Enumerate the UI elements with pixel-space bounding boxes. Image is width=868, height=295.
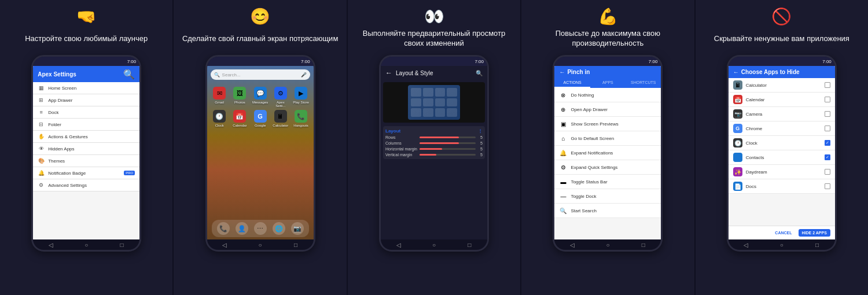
recent-btn-4[interactable]: □	[640, 241, 647, 248]
dock-app-2[interactable]: ⋯	[254, 222, 267, 235]
apex-menu-item-6[interactable]: 🎨 Themes	[33, 155, 139, 167]
pinch-item-2[interactable]: ▣ Show Screen Previews	[554, 117, 661, 131]
checkbox-6[interactable]	[825, 169, 830, 175]
panel-4: 💪 Повысьте до максимума свою производите…	[521, 0, 694, 295]
back-btn-4[interactable]: ◁	[569, 241, 576, 248]
tab-actions[interactable]: ACTIONS	[554, 78, 590, 88]
home-btn-5[interactable]: ○	[778, 241, 785, 248]
apex-menu-item-5[interactable]: 👁 Hidden Apps	[33, 143, 139, 155]
hide-app-item-1[interactable]: 📅 Calendar	[729, 93, 835, 107]
pinch-item-8[interactable]: 🔍 Start Search	[554, 204, 661, 218]
hide-app-item-4[interactable]: 🕐 Clock ✓	[729, 136, 835, 150]
recent-btn-1[interactable]: □	[119, 241, 126, 248]
back-icon[interactable]: ←	[385, 69, 392, 77]
nav-bar-3: ◁ ○ □	[381, 239, 487, 250]
pinch-item-5[interactable]: ⚙ Expand Quick Settings	[554, 160, 661, 175]
app-9[interactable]: 📞 Hangouts	[292, 110, 310, 127]
checkbox-7[interactable]	[825, 183, 830, 189]
back-icon[interactable]: ←	[559, 69, 565, 75]
panel-2: 😊 Сделайте свой главный экран потрясающи…	[174, 0, 346, 295]
back-btn-5[interactable]: ◁	[742, 241, 749, 248]
menu-icon-3: ⊟	[38, 121, 45, 128]
apex-menu-item-4[interactable]: ✋ Actions & Gestures	[33, 131, 139, 143]
hide-apps-button[interactable]: HIDE 2 APPS	[799, 229, 830, 237]
hide-app-item-5[interactable]: 👤 Contacts ✓	[729, 150, 835, 165]
pinch-item-1[interactable]: ⊕ Open App Drawer	[554, 102, 661, 117]
dock-app-4[interactable]: 📷	[291, 222, 304, 235]
hide-header: ← Choose Apps to Hide	[729, 66, 835, 78]
app-0[interactable]: ✉ Gmail	[211, 87, 229, 108]
apex-menu-item-0[interactable]: ▦ Home Screen	[33, 82, 139, 94]
pinch-icon-1: ⊕	[559, 105, 567, 113]
search-icon[interactable]: 🔍	[476, 70, 483, 76]
recent-btn-2[interactable]: □	[292, 241, 299, 248]
checkbox-0[interactable]	[825, 82, 830, 88]
hide-app-item-7[interactable]: 📄 Docs	[729, 179, 835, 194]
checkbox-2[interactable]	[825, 111, 830, 117]
back-icon[interactable]: ←	[733, 69, 739, 75]
home-btn-4[interactable]: ○	[604, 241, 611, 248]
back-btn-2[interactable]: ◁	[221, 241, 228, 248]
pinch-item-4[interactable]: 🔔 Expand Notifications	[554, 146, 661, 160]
checkbox-4[interactable]: ✓	[825, 140, 830, 146]
status-bar-2: 7:00	[207, 57, 314, 66]
hide-footer: CANCEL HIDE 2 APPS	[729, 226, 835, 239]
hide-app-item-2[interactable]: 📷 Camera	[729, 107, 835, 121]
checkbox-5[interactable]: ✓	[825, 154, 830, 160]
hide-app-item-3[interactable]: G Chrome	[729, 121, 835, 136]
apex-menu-item-7[interactable]: 🔔 Notification Badge PRO	[33, 167, 139, 179]
back-btn-1[interactable]: ◁	[47, 241, 54, 248]
recent-btn-3[interactable]: □	[466, 241, 473, 248]
apex-title: Apex Settings	[38, 71, 76, 78]
apex-menu-item-8[interactable]: ⚙ Advanced Settings	[33, 179, 139, 191]
search-icon[interactable]: 🔍	[123, 69, 135, 80]
recent-btn-5[interactable]: □	[814, 241, 821, 248]
hs-search-bar[interactable]: 🔍 Search... 🎤	[211, 69, 310, 80]
panel1-icon: 🤜	[76, 9, 97, 25]
app-7[interactable]: G Google	[251, 110, 269, 127]
back-btn-3[interactable]: ◁	[395, 241, 402, 248]
menu-icon-5: 👁	[38, 145, 45, 152]
app-5[interactable]: 🕐 Clock	[211, 110, 229, 127]
menu-icon-4: ✋	[38, 133, 45, 140]
menu-label-8: Advanced Settings	[48, 183, 87, 188]
pinch-label-0: Do Nothing	[571, 93, 594, 98]
app-1[interactable]: 🖼 Photos	[231, 87, 249, 108]
pinch-item-0[interactable]: ⊗ Do Nothing	[554, 88, 661, 102]
app-2[interactable]: 💬 Messages	[251, 87, 269, 108]
hide-app-item-6[interactable]: ✨ Daydream	[729, 165, 835, 179]
dock-app-3[interactable]: 🌐	[273, 222, 285, 235]
apex-menu-item-1[interactable]: ⊞ App Drawer	[33, 94, 139, 106]
dock-app-1[interactable]: 👤	[236, 222, 248, 235]
home-btn-1[interactable]: ○	[83, 241, 90, 248]
menu-label-2: Dock	[48, 110, 58, 115]
app-8[interactable]: 🖩 Calculator	[271, 110, 289, 127]
menu-icon-0: ▦	[38, 84, 45, 91]
pinch-item-6[interactable]: ▬ Toggle Status Bar	[554, 175, 661, 189]
status-bar-3: 7:00	[381, 57, 487, 66]
hide-app-item-0[interactable]: 🖩 Calculator	[729, 78, 835, 93]
app-3[interactable]: ⚙ Apex Setti...	[271, 87, 289, 108]
home-btn-2[interactable]: ○	[257, 241, 264, 248]
homescreen: 🔍 Search... 🎤 ✉ Gmail 🖼 Photos 💬 Message…	[207, 66, 314, 239]
more-icon[interactable]: ⋮	[478, 128, 483, 134]
apex-menu-item-2[interactable]: ≡ Dock	[33, 106, 139, 119]
cancel-button[interactable]: CANCEL	[772, 229, 795, 237]
pinch-header: ← Pinch in	[554, 66, 661, 78]
apex-menu-item-3[interactable]: ⊟ Folder	[33, 119, 139, 131]
tab-shortcuts[interactable]: SHORTCUTS	[626, 78, 661, 88]
pinch-item-7[interactable]: — Toggle Dock	[554, 189, 661, 204]
panel4-title: Повысьте до максимума свою производитель…	[526, 28, 689, 49]
app-4[interactable]: ▶ Play Store	[292, 87, 310, 108]
pinch-label-4: Expand Notifications	[571, 150, 613, 156]
pinch-item-3[interactable]: ⌂ Go to Default Screen	[554, 131, 661, 146]
dock-app-0[interactable]: 📞	[217, 222, 230, 235]
pinch-tabs: ACTIONS APPS SHORTCUTS	[554, 78, 661, 88]
checkbox-3[interactable]	[825, 126, 830, 131]
home-btn-3[interactable]: ○	[431, 241, 437, 248]
tab-apps[interactable]: APPS	[590, 78, 626, 88]
phone-shell-5: 7:00 ← Choose Apps to Hide 🖩 Calculator …	[727, 55, 837, 252]
app-6[interactable]: 📅 Calendar	[231, 110, 249, 127]
checkbox-1[interactable]	[825, 97, 830, 102]
panel-1: 🤜 Настройте свою любимый лаунчер 7:00 Ap…	[0, 0, 172, 295]
